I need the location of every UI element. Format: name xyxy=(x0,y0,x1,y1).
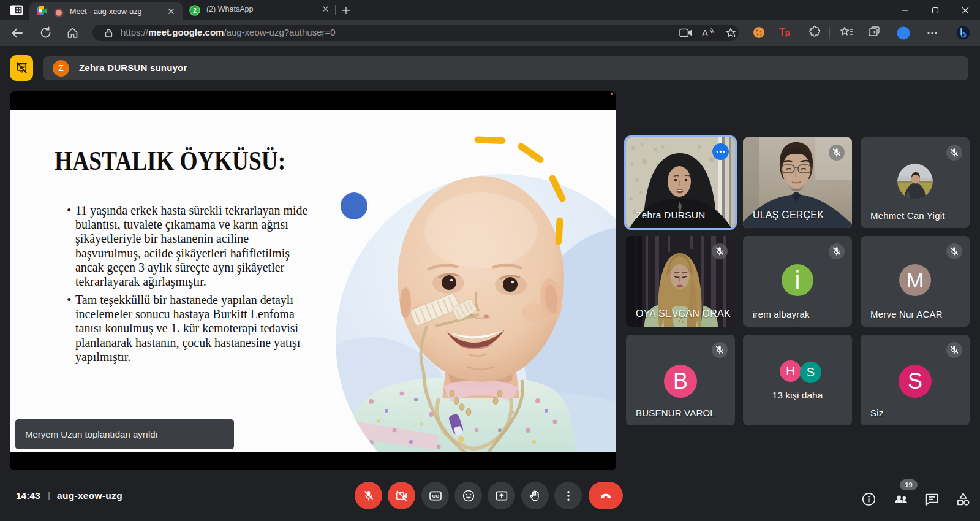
svg-text:A: A xyxy=(702,28,708,38)
svg-text:CC: CC xyxy=(432,493,439,499)
svg-text:2: 2 xyxy=(193,7,197,14)
